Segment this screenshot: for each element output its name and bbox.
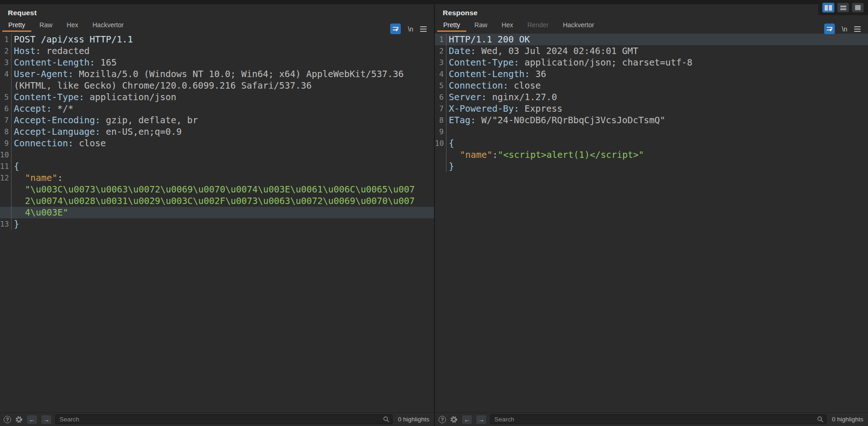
search-field-wrap [55, 414, 392, 424]
next-match-button[interactable]: → [476, 415, 487, 424]
request-panel: Request PrettyRawHexHackvertor \n [0, 4, 434, 426]
line-number: 2 [0, 45, 12, 57]
code-text: Connection: close [446, 80, 541, 91]
code-line[interactable]: 1HTTP/1.1 200 OK [435, 34, 868, 45]
code-line[interactable]: (KHTML, like Gecko) Chrome/120.0.6099.21… [0, 80, 434, 91]
tab-hackvertor[interactable]: Hackvertor [557, 20, 600, 32]
hamburger-icon [854, 26, 861, 27]
code-text: "name":"<script>alert(1)</script>" [446, 149, 644, 161]
word-wrap-toggle-button[interactable] [824, 24, 835, 34]
code-line[interactable]: 4User-Agent: Mozilla/5.0 (Windows NT 10.… [0, 68, 434, 80]
single-pane-layout-button[interactable] [852, 3, 864, 12]
code-line[interactable]: 11{ [0, 161, 434, 172]
code-text: "name": [12, 172, 63, 184]
code-line[interactable]: 2\u0074\u0028\u0031\u0029\u003C\u002F\u0… [0, 195, 434, 207]
line-number: 4 [435, 68, 446, 80]
code-line[interactable]: 4\u003E" [0, 207, 434, 218]
previous-match-button[interactable]: ← [462, 415, 472, 424]
search-input[interactable] [55, 414, 392, 424]
request-editor-tools: \n [390, 24, 427, 34]
request-panel-header: Request PrettyRawHexHackvertor \n [0, 4, 434, 33]
code-line[interactable]: "\u003C\u0073\u0063\u0072\u0069\u0070\u0… [0, 184, 434, 195]
tab-hex[interactable]: Hex [61, 20, 84, 32]
code-line[interactable]: 3Content-Length: 165 [0, 57, 434, 68]
line-number [0, 195, 12, 207]
code-line[interactable]: 5Content-Type: application/json [0, 91, 434, 103]
search-field-wrap [490, 414, 826, 424]
code-line[interactable]: 8Accept-Language: en-US,en;q=0.9 [0, 126, 434, 138]
request-search-toolbar: ? ← → [0, 412, 434, 426]
code-line[interactable]: 13} [0, 218, 434, 230]
line-number: 10 [0, 149, 12, 161]
code-line[interactable]: 7Accept-Encoding: gzip, deflate, br [0, 114, 434, 126]
line-number [435, 149, 446, 161]
code-text [12, 149, 14, 161]
code-line[interactable]: 12"name": [0, 172, 434, 184]
search-settings-button[interactable] [450, 415, 458, 424]
code-line[interactable]: 9 [435, 126, 868, 138]
previous-match-button[interactable]: ← [27, 415, 37, 424]
line-number: 8 [0, 126, 12, 138]
single-pane-layout-icon [855, 5, 861, 10]
tab-hackvertor[interactable]: Hackvertor [87, 20, 130, 32]
code-text: Content-Length: 165 [12, 57, 117, 68]
next-match-button[interactable]: → [41, 415, 52, 424]
help-icon: ? [6, 417, 9, 422]
search-settings-button[interactable] [15, 415, 23, 424]
code-line[interactable]: 6Accept: */* [0, 103, 434, 114]
help-button[interactable]: ? [439, 416, 446, 423]
highlights-count: 0 highlights [398, 416, 429, 423]
tab-raw[interactable]: Raw [469, 20, 493, 32]
code-text: ETag: W/"24-N0cDB6/RQrBbqCj3VcsJoDcTsmQ" [446, 114, 666, 126]
code-line[interactable]: "name":"<script>alert(1)</script>" [435, 149, 868, 161]
line-number: 7 [0, 114, 12, 126]
response-editor[interactable]: 1HTTP/1.1 200 OK2Date: Wed, 03 Jul 2024 … [435, 33, 868, 412]
line-number: 3 [435, 57, 446, 68]
line-number: 3 [0, 57, 12, 68]
code-text: Accept: */* [12, 103, 73, 114]
word-wrap-toggle-button[interactable] [390, 24, 401, 34]
code-text: X-Powered-By: Express [446, 103, 563, 114]
response-panel: Response PrettyRawHexRenderHackvertor \n [435, 4, 868, 426]
newline-visibility-button[interactable]: \n [408, 25, 413, 33]
editor-menu-button[interactable] [854, 25, 861, 33]
arrow-left-icon: ← [29, 416, 36, 423]
code-line[interactable]: } [435, 161, 868, 172]
code-line[interactable]: 4Content-Length: 36 [435, 68, 868, 80]
code-line[interactable]: 9Connection: close [0, 138, 434, 149]
split-rows-layout-button[interactable] [837, 3, 849, 12]
response-panel-header: Response PrettyRawHexRenderHackvertor \n [435, 4, 868, 33]
request-editor[interactable]: 1POST /api/xss HTTP/1.12Host: redacted3C… [0, 33, 434, 412]
code-text: POST /api/xss HTTP/1.1 [12, 34, 133, 45]
tab-pretty[interactable]: Pretty [2, 20, 31, 32]
split-columns-layout-button[interactable] [822, 3, 834, 12]
tab-pretty[interactable]: Pretty [437, 20, 466, 32]
code-line[interactable]: 1POST /api/xss HTTP/1.1 [0, 34, 434, 45]
code-text: Connection: close [12, 138, 106, 149]
line-number [0, 184, 12, 195]
code-text: Host: redacted [12, 45, 89, 57]
arrow-right-icon: → [478, 416, 485, 423]
code-line[interactable]: 10 [0, 149, 434, 161]
code-line[interactable]: 7X-Powered-By: Express [435, 103, 868, 114]
code-line[interactable]: 8ETag: W/"24-N0cDB6/RQrBbqCj3VcsJoDcTsmQ… [435, 114, 868, 126]
tab-hex[interactable]: Hex [496, 20, 519, 32]
search-input[interactable] [490, 414, 826, 424]
code-text: { [446, 138, 454, 149]
response-editor-tools: \n [824, 24, 861, 34]
editor-menu-button[interactable] [420, 25, 427, 33]
code-line[interactable]: 5Connection: close [435, 80, 868, 91]
code-line[interactable]: 3Content-Type: application/json; charset… [435, 57, 868, 68]
code-line[interactable]: 10{ [435, 138, 868, 149]
line-number [435, 161, 446, 172]
response-search-toolbar: ? ← → [435, 412, 868, 426]
code-text: "\u003C\u0073\u0063\u0072\u0069\u0070\u0… [12, 184, 415, 195]
line-number: 9 [435, 126, 446, 138]
help-button[interactable]: ? [4, 416, 11, 423]
code-line[interactable]: 2Date: Wed, 03 Jul 2024 02:46:01 GMT [435, 45, 868, 57]
code-line[interactable]: 6Server: nginx/1.27.0 [435, 91, 868, 103]
newline-visibility-button[interactable]: \n [842, 25, 847, 33]
code-line[interactable]: 2Host: redacted [0, 45, 434, 57]
code-text: HTTP/1.1 200 OK [446, 34, 530, 45]
tab-raw[interactable]: Raw [34, 20, 59, 32]
